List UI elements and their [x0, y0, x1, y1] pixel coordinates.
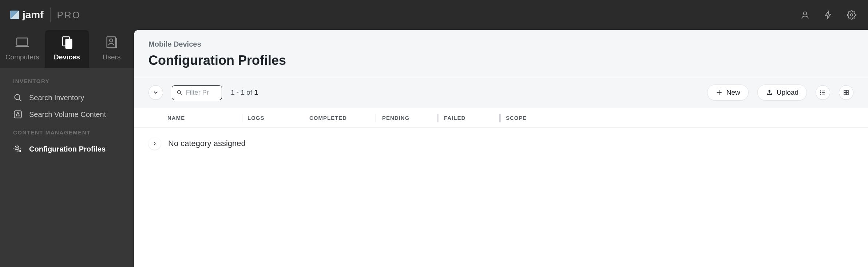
svg-point-6 — [110, 39, 112, 42]
sidebar-heading-content-management: CONTENT MANAGEMENT — [0, 129, 134, 141]
collapse-all-button[interactable] — [148, 85, 163, 100]
th-logs[interactable]: LOGS — [243, 115, 305, 121]
logo-mark-icon — [10, 11, 19, 19]
svg-point-12 — [820, 91, 821, 91]
lightning-icon — [824, 10, 833, 20]
upload-icon — [766, 89, 773, 96]
chevron-down-icon — [152, 89, 159, 96]
tab-label: Devices — [54, 53, 80, 61]
upload-button[interactable]: Upload — [757, 85, 807, 101]
svg-rect-16 — [847, 90, 848, 92]
sidebar-section-content-management: CONTENT MANAGEMENT Configuration Profile… — [0, 123, 134, 157]
activity-button[interactable] — [822, 9, 835, 21]
page-header: Mobile Devices Configuration Profiles — [134, 30, 868, 77]
svg-point-10 — [19, 150, 21, 152]
gear-icon — [847, 10, 856, 20]
breadcrumb: Mobile Devices — [148, 40, 853, 48]
sidebar-item-label: Search Volume Content — [29, 110, 106, 119]
svg-point-13 — [820, 92, 821, 93]
sidebar-heading-inventory: INVENTORY — [0, 78, 134, 89]
svg-point-1 — [851, 14, 853, 16]
th-label: COMPLETED — [309, 115, 347, 121]
nav-tabs: Computers Devices Users — [0, 30, 134, 68]
result-count: 1 - 1 of 1 — [231, 89, 258, 97]
th-label: FAILED — [444, 115, 465, 121]
th-failed[interactable]: FAILED — [440, 115, 502, 121]
brand: jamf PRO — [10, 8, 81, 22]
top-header: jamf PRO — [0, 0, 868, 30]
svg-rect-4 — [66, 39, 72, 48]
upload-label: Upload — [777, 89, 798, 97]
grid-icon — [843, 89, 849, 96]
content-area: Mobile Devices Configuration Profiles 1 … — [134, 30, 868, 267]
svg-rect-18 — [847, 93, 848, 95]
svg-rect-8 — [14, 111, 21, 118]
new-button[interactable]: New — [707, 85, 749, 101]
svg-rect-2 — [17, 38, 28, 45]
table-header-row: NAME LOGS COMPLETED PENDING FAILED — [134, 108, 868, 128]
brand-name: jamf — [23, 9, 44, 21]
sidebar-item-search-volume-content[interactable]: Search Volume Content — [0, 106, 134, 123]
count-total: 1 — [254, 89, 258, 96]
filter-input[interactable] — [185, 89, 217, 97]
tab-computers[interactable]: Computers — [0, 30, 45, 68]
svg-point-7 — [15, 94, 20, 99]
sidebar-item-configuration-profiles[interactable]: Configuration Profiles — [0, 141, 134, 157]
laptop-icon — [15, 35, 29, 50]
column-resize-handle[interactable] — [437, 113, 440, 122]
top-actions — [799, 9, 858, 21]
settings-button[interactable] — [845, 9, 858, 21]
brand-divider — [50, 8, 51, 22]
grid-view-button[interactable] — [839, 85, 853, 100]
column-resize-handle[interactable] — [375, 113, 378, 122]
app-root: jamf PRO Computers — [0, 0, 868, 267]
column-resize-handle[interactable] — [302, 113, 305, 122]
tab-users[interactable]: Users — [89, 30, 134, 68]
th-pending[interactable]: PENDING — [378, 115, 440, 121]
group-label: No category assigned — [168, 139, 246, 148]
tab-label: Users — [103, 53, 121, 61]
app-store-icon — [13, 110, 23, 119]
th-completed[interactable]: COMPLETED — [305, 115, 378, 121]
toolbar: 1 - 1 of 1 New Upload — [134, 77, 868, 108]
column-resize-handle[interactable] — [499, 113, 502, 122]
th-label: NAME — [167, 115, 185, 121]
column-resize-handle[interactable] — [240, 113, 243, 122]
filter-box[interactable] — [172, 85, 222, 100]
th-scope[interactable]: SCOPE — [502, 115, 868, 121]
table-group-row: No category assigned — [134, 128, 868, 159]
th-expand — [134, 115, 163, 121]
svg-point-11 — [178, 91, 181, 94]
th-label: LOGS — [247, 115, 265, 121]
sidebar-item-label: Configuration Profiles — [29, 145, 106, 153]
count-prefix: 1 - 1 of — [231, 89, 254, 96]
svg-rect-17 — [844, 93, 846, 95]
th-name[interactable]: NAME — [163, 115, 243, 121]
svg-point-14 — [820, 94, 821, 95]
list-icon — [820, 89, 826, 96]
list-view-button[interactable] — [816, 85, 830, 100]
new-label: New — [726, 89, 740, 97]
expand-group-button[interactable] — [148, 137, 161, 150]
account-button[interactable] — [799, 9, 811, 21]
devices-icon — [60, 35, 74, 50]
sidebar-item-search-inventory[interactable]: Search Inventory — [0, 89, 134, 106]
svg-rect-15 — [844, 90, 846, 92]
search-icon — [177, 89, 182, 96]
sidebar-item-label: Search Inventory — [29, 94, 84, 102]
sidebar-section-inventory: INVENTORY Search Inventory Search Volume… — [0, 68, 134, 123]
svg-point-0 — [804, 12, 807, 15]
svg-point-9 — [16, 147, 19, 150]
search-icon — [13, 93, 23, 102]
sidebar: Computers Devices Users INVENTORY Search… — [0, 30, 134, 267]
brand-suffix: PRO — [57, 9, 81, 21]
users-icon — [104, 35, 119, 50]
tab-label: Computers — [5, 53, 39, 61]
page-title: Configuration Profiles — [148, 53, 853, 68]
brand-logo: jamf — [10, 9, 44, 21]
user-icon — [800, 10, 810, 20]
plus-icon — [716, 89, 723, 96]
gear-small-icon — [13, 144, 23, 154]
tab-devices[interactable]: Devices — [45, 30, 90, 68]
main-row: Computers Devices Users INVENTORY Search… — [0, 30, 868, 267]
